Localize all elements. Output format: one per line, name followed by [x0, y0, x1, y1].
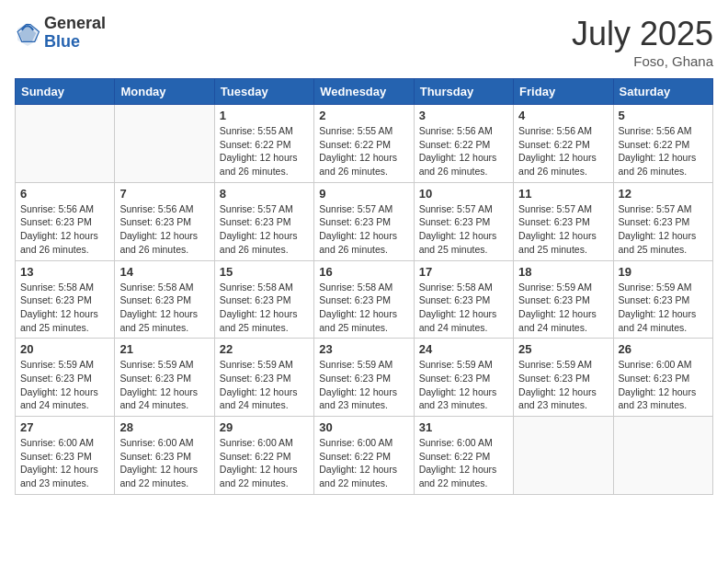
day-number: 15 — [220, 265, 309, 279]
day-info: Sunrise: 5:59 AM Sunset: 6:23 PM Dayligh… — [20, 358, 109, 412]
day-info: Sunrise: 5:58 AM Sunset: 6:23 PM Dayligh… — [119, 281, 209, 335]
calendar-day-cell: 26Sunrise: 6:00 AM Sunset: 6:23 PM Dayli… — [613, 339, 712, 417]
calendar-day-cell: 8Sunrise: 5:57 AM Sunset: 6:23 PM Daylig… — [214, 182, 313, 260]
weekday-header: Sunday — [16, 79, 115, 105]
page-header: General Blue July 2025 Foso, Ghana — [15, 15, 713, 69]
calendar-day-cell — [115, 105, 214, 183]
calendar-week-row: 27Sunrise: 6:00 AM Sunset: 6:23 PM Dayli… — [16, 417, 713, 495]
location: Foso, Ghana — [572, 53, 713, 69]
calendar-day-cell: 12Sunrise: 5:57 AM Sunset: 6:23 PM Dayli… — [613, 182, 712, 260]
calendar-day-cell: 10Sunrise: 5:57 AM Sunset: 6:23 PM Dayli… — [414, 182, 513, 260]
day-info: Sunrise: 5:59 AM Sunset: 6:23 PM Dayligh… — [518, 358, 608, 412]
calendar-week-row: 1Sunrise: 5:55 AM Sunset: 6:22 PM Daylig… — [16, 105, 713, 183]
day-number: 20 — [20, 342, 109, 356]
day-info: Sunrise: 6:00 AM Sunset: 6:23 PM Dayligh… — [20, 436, 109, 490]
calendar-day-cell: 9Sunrise: 5:57 AM Sunset: 6:23 PM Daylig… — [314, 182, 414, 260]
weekday-header: Tuesday — [214, 79, 313, 105]
day-info: Sunrise: 5:55 AM Sunset: 6:22 PM Dayligh… — [319, 124, 408, 178]
day-number: 16 — [319, 265, 408, 279]
calendar-day-cell: 3Sunrise: 5:56 AM Sunset: 6:22 PM Daylig… — [414, 105, 513, 183]
day-info: Sunrise: 5:57 AM Sunset: 6:23 PM Dayligh… — [419, 202, 508, 257]
calendar-day-cell: 15Sunrise: 5:58 AM Sunset: 6:23 PM Dayli… — [214, 260, 313, 339]
day-info: Sunrise: 5:58 AM Sunset: 6:23 PM Dayligh… — [419, 281, 508, 335]
calendar-table: SundayMondayTuesdayWednesdayThursdayFrid… — [15, 78, 713, 495]
calendar-day-cell: 29Sunrise: 6:00 AM Sunset: 6:22 PM Dayli… — [214, 417, 313, 495]
day-number: 19 — [619, 265, 708, 279]
day-number: 25 — [518, 342, 608, 356]
calendar-day-cell: 2Sunrise: 5:55 AM Sunset: 6:22 PM Daylig… — [314, 105, 414, 183]
weekday-header: Thursday — [414, 79, 513, 105]
day-number: 3 — [419, 109, 508, 122]
calendar-week-row: 13Sunrise: 5:58 AM Sunset: 6:23 PM Dayli… — [16, 260, 713, 339]
logo-icon — [15, 20, 40, 46]
day-number: 6 — [20, 187, 109, 201]
calendar-week-row: 6Sunrise: 5:56 AM Sunset: 6:23 PM Daylig… — [16, 182, 713, 260]
day-number: 22 — [220, 342, 309, 356]
day-info: Sunrise: 5:58 AM Sunset: 6:23 PM Dayligh… — [20, 281, 109, 335]
day-info: Sunrise: 6:00 AM Sunset: 6:22 PM Dayligh… — [319, 436, 408, 490]
calendar-day-cell: 28Sunrise: 6:00 AM Sunset: 6:23 PM Dayli… — [115, 417, 214, 495]
calendar-day-cell: 20Sunrise: 5:59 AM Sunset: 6:23 PM Dayli… — [16, 339, 115, 417]
day-number: 23 — [319, 342, 408, 356]
calendar-day-cell: 25Sunrise: 5:59 AM Sunset: 6:23 PM Dayli… — [514, 339, 613, 417]
logo-blue-text: Blue — [44, 33, 106, 52]
day-number: 4 — [518, 109, 608, 122]
day-number: 2 — [319, 109, 408, 122]
weekday-header: Wednesday — [314, 79, 414, 105]
day-number: 1 — [220, 109, 309, 122]
day-info: Sunrise: 5:56 AM Sunset: 6:22 PM Dayligh… — [518, 124, 608, 178]
day-number: 10 — [419, 187, 508, 201]
day-number: 26 — [619, 342, 708, 356]
calendar-day-cell: 5Sunrise: 5:56 AM Sunset: 6:22 PM Daylig… — [613, 105, 712, 183]
day-info: Sunrise: 6:00 AM Sunset: 6:23 PM Dayligh… — [619, 358, 708, 412]
calendar-day-cell: 13Sunrise: 5:58 AM Sunset: 6:23 PM Dayli… — [16, 260, 115, 339]
day-number: 14 — [119, 265, 209, 279]
day-number: 13 — [20, 265, 109, 279]
day-info: Sunrise: 5:56 AM Sunset: 6:22 PM Dayligh… — [419, 124, 508, 178]
calendar-day-cell: 27Sunrise: 6:00 AM Sunset: 6:23 PM Dayli… — [16, 417, 115, 495]
calendar-day-cell: 7Sunrise: 5:56 AM Sunset: 6:23 PM Daylig… — [115, 182, 214, 260]
calendar-day-cell — [16, 105, 115, 183]
day-info: Sunrise: 6:00 AM Sunset: 6:22 PM Dayligh… — [220, 436, 309, 490]
day-number: 31 — [419, 420, 508, 434]
calendar-day-cell: 30Sunrise: 6:00 AM Sunset: 6:22 PM Dayli… — [314, 417, 414, 495]
day-info: Sunrise: 5:56 AM Sunset: 6:23 PM Dayligh… — [119, 202, 209, 257]
calendar-header-row: SundayMondayTuesdayWednesdayThursdayFrid… — [16, 79, 713, 105]
weekday-header: Monday — [115, 79, 214, 105]
calendar-day-cell: 6Sunrise: 5:56 AM Sunset: 6:23 PM Daylig… — [16, 182, 115, 260]
day-info: Sunrise: 5:59 AM Sunset: 6:23 PM Dayligh… — [220, 358, 309, 412]
calendar-day-cell: 16Sunrise: 5:58 AM Sunset: 6:23 PM Dayli… — [314, 260, 414, 339]
day-info: Sunrise: 5:58 AM Sunset: 6:23 PM Dayligh… — [220, 281, 309, 335]
calendar-day-cell: 11Sunrise: 5:57 AM Sunset: 6:23 PM Dayli… — [514, 182, 613, 260]
weekday-header: Saturday — [613, 79, 712, 105]
calendar-day-cell: 17Sunrise: 5:58 AM Sunset: 6:23 PM Dayli… — [414, 260, 513, 339]
calendar-day-cell: 31Sunrise: 6:00 AM Sunset: 6:22 PM Dayli… — [414, 417, 513, 495]
day-number: 27 — [20, 420, 109, 434]
day-number: 5 — [619, 109, 708, 122]
calendar-day-cell: 19Sunrise: 5:59 AM Sunset: 6:23 PM Dayli… — [613, 260, 712, 339]
day-number: 24 — [419, 342, 508, 356]
day-number: 7 — [119, 187, 209, 201]
day-info: Sunrise: 5:59 AM Sunset: 6:23 PM Dayligh… — [119, 358, 209, 412]
logo-general-text: General — [44, 15, 106, 33]
calendar-day-cell — [514, 417, 613, 495]
day-info: Sunrise: 5:57 AM Sunset: 6:23 PM Dayligh… — [619, 202, 708, 257]
calendar-week-row: 20Sunrise: 5:59 AM Sunset: 6:23 PM Dayli… — [16, 339, 713, 417]
day-number: 9 — [319, 187, 408, 201]
calendar-day-cell: 4Sunrise: 5:56 AM Sunset: 6:22 PM Daylig… — [514, 105, 613, 183]
title-block: July 2025 Foso, Ghana — [572, 15, 713, 69]
day-number: 30 — [319, 420, 408, 434]
day-number: 21 — [119, 342, 209, 356]
day-number: 29 — [220, 420, 309, 434]
day-number: 12 — [619, 187, 708, 201]
day-info: Sunrise: 5:59 AM Sunset: 6:23 PM Dayligh… — [619, 281, 708, 335]
calendar-day-cell: 1Sunrise: 5:55 AM Sunset: 6:22 PM Daylig… — [214, 105, 313, 183]
day-info: Sunrise: 6:00 AM Sunset: 6:22 PM Dayligh… — [419, 436, 508, 490]
logo-text: General Blue — [44, 15, 106, 52]
calendar-day-cell: 24Sunrise: 5:59 AM Sunset: 6:23 PM Dayli… — [414, 339, 513, 417]
calendar-day-cell: 18Sunrise: 5:59 AM Sunset: 6:23 PM Dayli… — [514, 260, 613, 339]
day-info: Sunrise: 5:59 AM Sunset: 6:23 PM Dayligh… — [419, 358, 508, 412]
calendar-day-cell: 21Sunrise: 5:59 AM Sunset: 6:23 PM Dayli… — [115, 339, 214, 417]
day-info: Sunrise: 5:58 AM Sunset: 6:23 PM Dayligh… — [319, 281, 408, 335]
day-info: Sunrise: 5:56 AM Sunset: 6:23 PM Dayligh… — [20, 202, 109, 257]
